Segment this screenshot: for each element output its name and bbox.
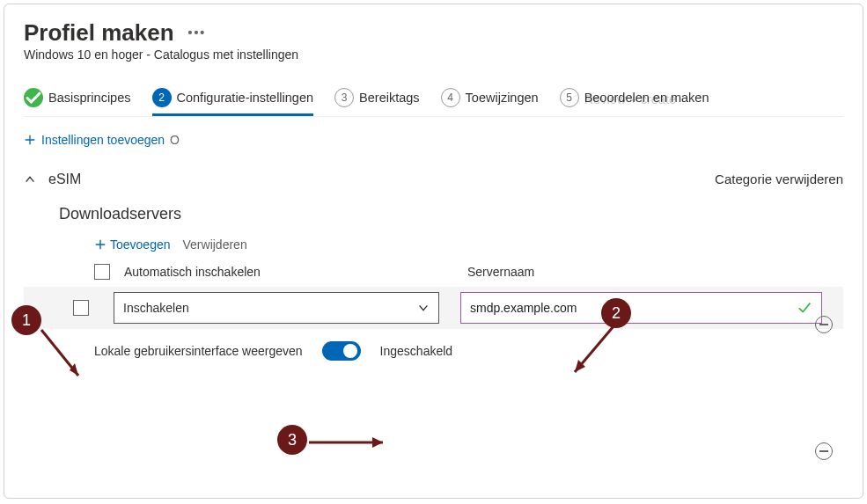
plus-icon xyxy=(94,238,107,251)
page-title: Profiel maken xyxy=(24,20,174,46)
remove-category-link[interactable]: Categorie verwijderen xyxy=(715,172,843,186)
check-icon xyxy=(24,88,43,107)
row-toolbar: Toevoegen Verwijderen xyxy=(24,237,843,252)
auto-enable-select[interactable]: Inschakelen xyxy=(114,292,439,324)
ui-toggle[interactable] xyxy=(322,341,361,361)
add-settings-link[interactable]: Instellingen toevoegen O xyxy=(24,133,843,147)
step-number-icon: 3 xyxy=(334,88,354,107)
remove-button[interactable]: Verwijderen xyxy=(183,237,247,252)
wizard-steps: Basisprincipes 2 Configuratie-instelling… xyxy=(24,88,843,117)
row-checkbox[interactable] xyxy=(73,300,89,316)
remove-setting-icon[interactable] xyxy=(815,442,833,460)
section-name: eSIM xyxy=(48,172,81,187)
step-1[interactable]: Basisprincipes xyxy=(24,88,131,116)
chevron-down-icon xyxy=(417,302,430,314)
step-5[interactable]: 5 Beoordelen en maken Review + create xyxy=(560,88,709,116)
step-4[interactable]: 4 Toewijzingen xyxy=(441,88,539,116)
server-name-input[interactable]: smdp.example.com xyxy=(460,292,822,324)
table-row: Inschakelen smdp.example.com xyxy=(24,287,843,329)
ui-toggle-state: Ingeschakeld xyxy=(380,344,453,358)
page-subtitle: Windows 10 en hoger - Catalogus met inst… xyxy=(24,47,843,62)
remove-row-icon[interactable] xyxy=(815,316,833,333)
annotation-arrow xyxy=(307,435,395,449)
step-number-icon: 2 xyxy=(152,88,172,107)
step-2[interactable]: 2 Configuratie-instellingen xyxy=(152,88,314,116)
add-button[interactable]: Toevoegen xyxy=(94,237,171,252)
column-auto-enable: Automatisch inschakelen xyxy=(124,265,261,279)
plus-icon xyxy=(24,134,36,146)
select-all-checkbox[interactable] xyxy=(94,264,110,280)
subsection-title: Downloadservers xyxy=(24,205,843,223)
chevron-up-icon[interactable] xyxy=(24,173,36,186)
step-3[interactable]: 3 Bereiktags xyxy=(334,88,420,116)
more-icon[interactable]: ••• xyxy=(188,26,207,40)
annotation-3: 3 xyxy=(277,425,307,455)
column-server-name: Servernaam xyxy=(467,265,534,279)
step-number-icon: 4 xyxy=(441,88,460,107)
ui-toggle-label: Lokale gebruikersinterface weergeven xyxy=(94,344,303,358)
step-number-icon: 5 xyxy=(560,88,579,107)
valid-check-icon xyxy=(797,300,812,316)
